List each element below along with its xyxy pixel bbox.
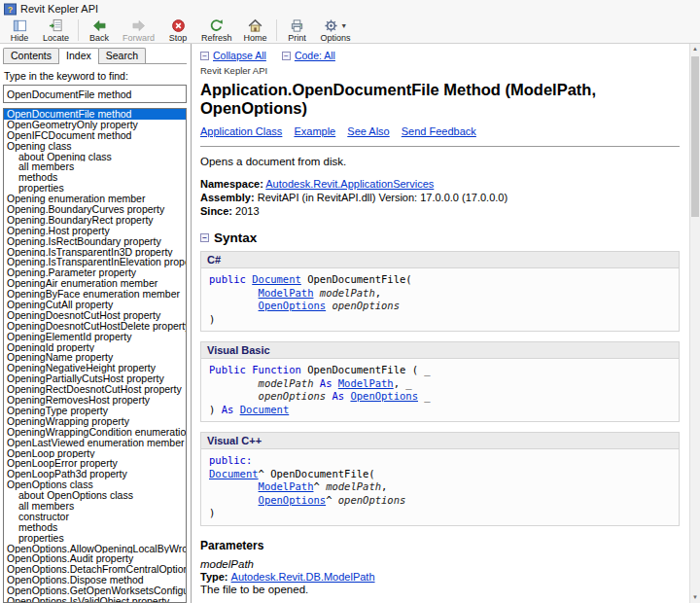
list-item[interactable]: OpenLoopPath3d property <box>4 469 186 479</box>
list-item[interactable]: OpenOptions.AllowOpeningLocalByWron <box>4 544 186 554</box>
code-type-link[interactable]: OpenOptions <box>259 494 327 506</box>
code-text: _ <box>418 390 431 402</box>
forward-button[interactable]: Forward <box>117 18 160 43</box>
list-item[interactable]: OpeningRemovesHost property <box>4 395 186 406</box>
list-item[interactable]: all members <box>4 501 186 512</box>
tab-search[interactable]: Search <box>98 48 146 63</box>
list-item[interactable]: OpeningType property <box>4 406 186 416</box>
list-item[interactable]: Opening class <box>4 141 186 152</box>
scroll-up-icon[interactable]: ▲ <box>690 44 700 54</box>
list-item[interactable]: OpeningPartiallyCutsHost property <box>4 373 186 384</box>
list-item[interactable]: OpenOptions.Dispose method <box>4 575 186 585</box>
stop-icon <box>171 18 186 33</box>
list-item[interactable]: OpeningCutAll property <box>4 300 186 310</box>
list-item[interactable]: OpenOptions.GetOpenWorksetsConfigur <box>4 585 186 596</box>
list-item[interactable]: OpeningByFace enumeration member <box>4 289 186 300</box>
list-item[interactable]: all members <box>4 161 186 172</box>
code-all-icon: − <box>282 52 291 60</box>
list-item[interactable]: OpeningNegativeHeight property <box>4 363 186 373</box>
index-list[interactable]: OpenDocumentFile methodOpenGeometryOnly … <box>3 108 187 603</box>
list-item[interactable]: OpeningName property <box>4 352 186 363</box>
list-item[interactable]: OpenLoop property <box>4 448 186 459</box>
list-item[interactable]: OpenOptions.Audit property <box>4 553 186 564</box>
content-scrollbar[interactable]: ▲ ▼ <box>689 44 700 603</box>
list-item[interactable]: OpenIFCDocument method <box>4 130 186 141</box>
code-block: Visual C++public: Document^ OpenDocument… <box>200 432 680 526</box>
code-all-link[interactable]: − Code: All <box>282 50 335 61</box>
stop-button[interactable]: Stop <box>160 18 195 43</box>
syntax-collapse-icon[interactable]: − <box>200 233 209 242</box>
list-item[interactable]: OpeningId property <box>4 342 186 353</box>
list-item[interactable]: Opening.IsTransparentInElevation proper <box>4 257 186 267</box>
list-item[interactable]: OpenOptions class <box>4 479 186 490</box>
forward-icon <box>131 18 146 33</box>
code-type-link[interactable]: ModelPath <box>259 287 314 299</box>
list-item[interactable]: Opening.Host property <box>4 226 186 236</box>
hide-button[interactable]: Hide <box>2 18 37 43</box>
code-text <box>209 377 259 389</box>
home-button[interactable]: Home <box>238 18 273 43</box>
application-class-link[interactable]: Application Class <box>200 125 282 137</box>
list-item[interactable]: methods <box>4 172 186 183</box>
list-item[interactable]: properties <box>4 533 186 544</box>
list-item[interactable]: Opening.BoundaryRect property <box>4 215 186 226</box>
collapse-all-link[interactable]: − Collapse All <box>200 50 266 61</box>
see-also-link[interactable]: See Also <box>347 125 389 137</box>
list-item[interactable]: OpenLastViewed enumeration member <box>4 438 186 448</box>
list-item[interactable]: OpenOptions.IsValidObject property <box>4 596 186 603</box>
refresh-button[interactable]: Refresh <box>195 18 238 43</box>
options-button[interactable]: ▼ Options <box>315 18 357 43</box>
list-item[interactable]: Opening.IsTransparentIn3D property <box>4 247 186 258</box>
back-button[interactable]: Back <box>82 18 117 43</box>
keyword-input[interactable] <box>3 85 187 103</box>
scroll-down-icon[interactable]: ▼ <box>690 592 700 603</box>
list-item[interactable]: about OpenOptions class <box>4 490 186 501</box>
code-body: public: Document^ OpenDocumentFile( Mode… <box>201 449 679 525</box>
toolbar: Hide Locate Back Forward Stop <box>0 18 700 44</box>
tab-contents[interactable]: Contents <box>3 48 59 63</box>
list-item[interactable]: properties <box>4 183 186 194</box>
code-type-link[interactable]: Document <box>240 404 290 415</box>
list-item[interactable]: OpeningDoesnotCutHostDelete property <box>4 321 186 332</box>
namespace-link[interactable]: Autodesk.Revit.ApplicationServices <box>265 178 434 190</box>
code-body: public Document OpenDocumentFile( ModelP… <box>201 268 679 331</box>
list-item[interactable]: Opening enumeration member <box>4 194 186 204</box>
window-title: Revit Kepler API <box>20 3 98 15</box>
tab-index[interactable]: Index <box>58 48 99 64</box>
syntax-heading-label: Syntax <box>214 231 257 245</box>
send-feedback-link[interactable]: Send Feedback <box>402 125 476 137</box>
code-type-link[interactable]: OpenOptions <box>259 300 327 311</box>
list-item[interactable]: methods <box>4 522 186 533</box>
scrollbar-thumb[interactable] <box>691 56 699 217</box>
code-text: ) <box>209 404 222 415</box>
list-item[interactable]: OpeningElementId property <box>4 332 186 342</box>
locate-button-label: Locate <box>43 33 69 43</box>
code-type-link[interactable]: ModelPath <box>259 480 314 492</box>
list-item[interactable]: Opening.BoundaryCurves property <box>4 204 186 215</box>
options-gear-icon <box>324 18 338 33</box>
list-item[interactable]: OpeningRectDoesnotCutHost property <box>4 384 186 395</box>
list-item[interactable]: Opening.Parameter property <box>4 267 186 278</box>
print-button[interactable]: Print <box>280 18 315 43</box>
nav-links: Application Class Example See Also Send … <box>200 125 680 137</box>
list-item[interactable]: OpenGeometryOnly property <box>4 120 186 130</box>
list-item[interactable]: OpenDocumentFile method <box>4 109 186 120</box>
code-text <box>209 300 259 311</box>
list-item[interactable]: Opening.IsRectBoundary property <box>4 236 186 247</box>
list-item[interactable]: OpenOptions.DetachFromCentralOption p <box>4 564 186 575</box>
list-item[interactable]: OpenLoopError property <box>4 458 186 469</box>
code-type-link[interactable]: OpenOptions <box>350 390 418 402</box>
list-item[interactable]: about Opening class <box>4 152 186 162</box>
code-type-link[interactable]: ModelPath <box>338 377 394 389</box>
code-block-language: C# <box>201 252 679 268</box>
parameter-type-link[interactable]: Autodesk.Revit.DB.ModelPath <box>231 571 375 583</box>
list-item[interactable]: OpeningWrapping property <box>4 416 186 427</box>
list-item[interactable]: OpeningWrappingCondition enumeration <box>4 427 186 438</box>
list-item[interactable]: OpeningDoesnotCutHost property <box>4 310 186 321</box>
list-item[interactable]: constructor <box>4 512 186 522</box>
locate-button[interactable]: Locate <box>37 18 75 43</box>
example-link[interactable]: Example <box>294 125 335 137</box>
list-item[interactable]: OpeningAir enumeration member <box>4 278 186 289</box>
code-type-link[interactable]: Document <box>252 273 301 285</box>
code-type-link[interactable]: Document <box>209 468 259 479</box>
